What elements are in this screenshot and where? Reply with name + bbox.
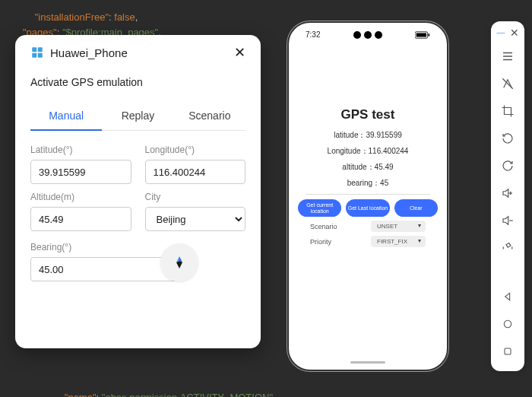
gps-alt: altitude：45.49 (289, 162, 447, 173)
scenario-select[interactable]: UNSET (371, 221, 426, 232)
svg-rect-9 (429, 33, 430, 36)
clear-button[interactable]: Clear (394, 199, 438, 217)
shake-icon[interactable] (491, 234, 524, 262)
volume-down-icon[interactable] (491, 207, 524, 234)
rotate-ccw-icon[interactable] (491, 125, 524, 152)
svg-rect-0 (32, 47, 36, 52)
priority-label: Priority (310, 238, 331, 246)
gps-bearing: bearing：45 (289, 178, 447, 189)
device-preview: 7:32 GPS test latitude：39.915599 Longitu… (287, 21, 448, 371)
device-icon (30, 46, 44, 59)
close-emulator-icon[interactable]: ✕ (510, 27, 519, 38)
tab-scenario[interactable]: Scenario (174, 102, 245, 131)
svg-rect-8 (416, 33, 426, 37)
gps-lat: latitude：39.915599 (289, 130, 447, 141)
tab-manual[interactable]: Manual (30, 102, 102, 131)
crop-icon[interactable] (491, 97, 524, 125)
no-location-icon[interactable] (491, 70, 524, 97)
menu-icon[interactable] (491, 43, 524, 70)
city-label: City (145, 192, 246, 202)
longitude-label: Longitude(°) (145, 145, 246, 155)
svg-rect-21 (505, 348, 511, 354)
svg-marker-19 (505, 293, 510, 300)
get-last-button[interactable]: Get Last location (346, 199, 389, 217)
latitude-label: Latitude(°) (30, 145, 131, 155)
compass-icon[interactable] (160, 243, 198, 281)
get-current-button[interactable]: Get current location (298, 199, 341, 217)
tabs: Manual Replay Scenario (30, 102, 245, 131)
app-title: GPS test (289, 107, 447, 122)
minimize-icon[interactable]: — (497, 28, 505, 39)
recents-icon[interactable] (491, 338, 524, 365)
latitude-input[interactable] (30, 160, 131, 184)
home-icon[interactable] (491, 310, 524, 338)
svg-rect-1 (38, 47, 43, 52)
modal-title: Huawei_Phone (50, 46, 128, 59)
status-time: 7:32 (306, 30, 320, 39)
svg-point-20 (504, 320, 511, 327)
tab-replay[interactable]: Replay (102, 102, 173, 131)
volume-up-icon[interactable] (491, 179, 524, 207)
svg-marker-14 (503, 189, 508, 198)
longitude-input[interactable] (145, 160, 246, 184)
svg-rect-2 (32, 53, 36, 58)
battery-icon (415, 31, 430, 39)
gps-emulation-modal: Huawei_Phone ✕ Activate GPS emulation Ma… (15, 35, 261, 348)
modal-subtitle: Activate GPS emulation (30, 76, 245, 88)
back-icon[interactable] (491, 283, 524, 310)
svg-marker-5 (176, 261, 182, 268)
scenario-label: Scenario (310, 223, 337, 230)
city-select[interactable]: Beijing (145, 207, 246, 231)
svg-rect-3 (38, 53, 43, 58)
home-indicator (350, 361, 385, 364)
svg-marker-17 (503, 217, 508, 225)
priority-select[interactable]: FIRST_FIX (371, 236, 426, 247)
close-icon[interactable]: ✕ (234, 46, 245, 59)
notch (353, 31, 382, 39)
altitude-label: Altitude(m) (30, 192, 131, 202)
emulator-toolbar: — ✕ (491, 21, 524, 371)
altitude-input[interactable] (30, 207, 131, 231)
gps-lon: Longitude：116.400244 (289, 146, 447, 157)
rotate-cw-icon[interactable] (491, 152, 524, 179)
